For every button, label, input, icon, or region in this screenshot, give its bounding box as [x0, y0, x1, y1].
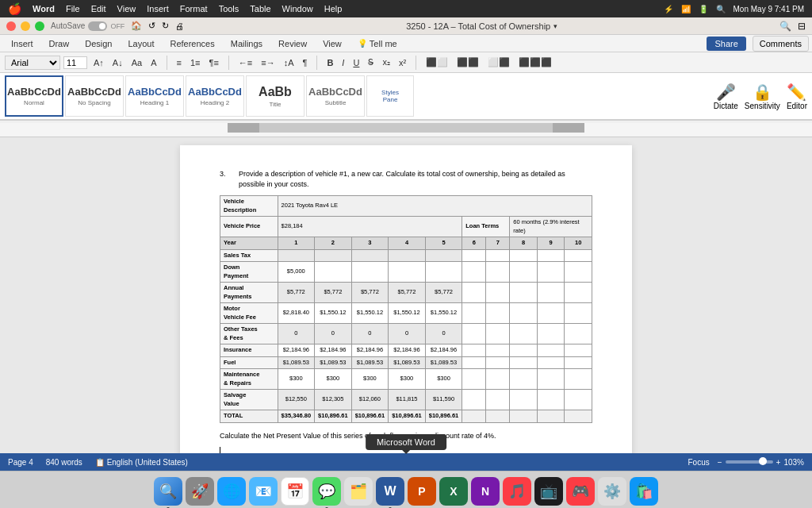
- align-right-button[interactable]: ⬜⬛: [485, 56, 513, 68]
- table-menu[interactable]: Table: [250, 4, 270, 13]
- search-icon[interactable]: 🔍: [716, 5, 726, 13]
- increase-indent-button[interactable]: ≡→: [258, 57, 278, 68]
- style-no-spacing[interactable]: AaBbCcDd No Spacing: [65, 75, 124, 117]
- language-status[interactable]: 📋 English (United States): [95, 458, 188, 467]
- tab-review[interactable]: Review: [270, 37, 315, 51]
- redo-button[interactable]: ↻: [162, 21, 169, 31]
- format-menu[interactable]: Format: [180, 4, 208, 13]
- tools-menu[interactable]: Tools: [219, 4, 239, 13]
- clear-format-button[interactable]: Aa: [128, 57, 145, 68]
- share-button[interactable]: Share: [707, 37, 745, 51]
- subscript-button[interactable]: x₂: [379, 56, 393, 68]
- dock-onenote[interactable]: N: [471, 477, 500, 506]
- dock-calendar[interactable]: 📅: [281, 477, 309, 506]
- cursor[interactable]: [220, 447, 220, 453]
- year-7: 7: [486, 237, 510, 250]
- insurance-row: Insurance $2,184.96 $2,184.96 $2,184.96 …: [220, 344, 592, 357]
- style-heading2[interactable]: AaBbCcDd Heading 2: [186, 75, 244, 117]
- window-menu[interactable]: Window: [282, 4, 313, 13]
- bullets-button[interactable]: ≡: [174, 57, 185, 68]
- title-dropdown-icon[interactable]: ▾: [553, 22, 557, 30]
- autosave-switch[interactable]: [88, 21, 107, 31]
- tab-draw[interactable]: Draw: [41, 37, 78, 51]
- editor-tool[interactable]: ✏️ Editor: [787, 83, 807, 110]
- dock-systemprefs[interactable]: ⚙️: [598, 477, 626, 506]
- font-selector[interactable]: Arial: [5, 56, 60, 70]
- text-effects-button[interactable]: A: [147, 57, 159, 68]
- align-center-button[interactable]: ⬛⬛: [454, 56, 482, 68]
- zoom-out-button[interactable]: −: [718, 458, 722, 467]
- dock-messages[interactable]: 💬: [312, 477, 341, 506]
- comments-button[interactable]: Comments: [753, 36, 809, 52]
- underline-button[interactable]: U: [350, 57, 362, 68]
- file-menu[interactable]: File: [66, 4, 80, 13]
- dock-powerpoint[interactable]: P: [408, 477, 436, 506]
- justify-button[interactable]: ⬛⬛⬛: [515, 56, 555, 68]
- tab-tell-me[interactable]: 💡Tell me: [350, 37, 405, 51]
- dock-music[interactable]: 🎵: [503, 477, 531, 506]
- dock-excel[interactable]: X: [439, 477, 468, 506]
- font-grow-button[interactable]: A↑: [90, 57, 107, 68]
- dock-itunes[interactable]: 🎮: [566, 477, 595, 506]
- other-5: 0: [425, 324, 462, 344]
- undo-button[interactable]: ↺: [148, 21, 155, 31]
- apple-menu[interactable]: 🍎: [8, 2, 21, 15]
- autosave-toggle[interactable]: AutoSave OFF: [51, 21, 124, 31]
- annual-8: [510, 283, 538, 303]
- motor-9: [537, 303, 565, 324]
- font-shrink-button[interactable]: A↓: [109, 57, 126, 68]
- zoom-thumb[interactable]: [759, 457, 767, 465]
- align-left-button[interactable]: ⬛⬜: [423, 56, 451, 68]
- zoom-slider[interactable]: [726, 460, 773, 464]
- close-button[interactable]: [6, 21, 16, 31]
- numbering-button[interactable]: 1≡: [187, 57, 204, 68]
- ins-3: $2,184.96: [351, 344, 389, 357]
- style-title[interactable]: AaBb Title: [246, 75, 304, 117]
- tab-references[interactable]: References: [162, 37, 222, 51]
- multilevel-button[interactable]: ¶≡: [205, 57, 221, 68]
- focus-button[interactable]: Focus: [688, 458, 710, 467]
- dock-finder[interactable]: 🔍: [154, 477, 182, 506]
- fullscreen-button[interactable]: [35, 21, 44, 31]
- strikethrough-button[interactable]: S̶: [365, 56, 377, 68]
- edit-menu[interactable]: Edit: [91, 4, 106, 13]
- dock-app-store[interactable]: 🛍️: [630, 477, 658, 506]
- styles-pane-button[interactable]: StylesPane: [366, 75, 414, 117]
- dock-tv[interactable]: 📺: [534, 477, 563, 506]
- dock-word[interactable]: W: [376, 477, 404, 506]
- dock-launchpad[interactable]: 🚀: [186, 477, 214, 506]
- font-size-input[interactable]: [63, 56, 87, 69]
- dock-safari[interactable]: 🌐: [217, 477, 246, 506]
- pilcrow-button[interactable]: ¶: [299, 57, 310, 68]
- help-menu[interactable]: Help: [324, 4, 343, 13]
- mac-title-bar: 🍎 Word File Edit View Insert Format Tool…: [0, 0, 812, 17]
- minimize-button[interactable]: [21, 21, 30, 31]
- zoom-in-button[interactable]: +: [776, 458, 781, 467]
- collapse-icon[interactable]: ⊟: [798, 21, 806, 32]
- dock-files[interactable]: 🗂️: [344, 477, 373, 506]
- italic-button[interactable]: I: [339, 57, 347, 68]
- app-name[interactable]: Word: [33, 4, 55, 13]
- sort-button[interactable]: ↕A: [281, 57, 297, 68]
- view-menu[interactable]: View: [117, 4, 136, 13]
- search-window-icon[interactable]: 🔍: [779, 21, 791, 32]
- home-icon[interactable]: 🏠: [131, 21, 142, 31]
- dock-mail[interactable]: 📧: [249, 477, 278, 506]
- sales-tax-5: [425, 249, 462, 262]
- ins-9: [537, 344, 565, 357]
- dictate-tool[interactable]: 🎤 Dictate: [714, 83, 738, 110]
- style-subtitle[interactable]: AaBbCcDd Subtitle: [306, 75, 365, 117]
- tab-view[interactable]: View: [315, 37, 350, 51]
- style-normal[interactable]: AaBbCcDd Normal: [5, 75, 63, 117]
- insert-menu[interactable]: Insert: [147, 4, 169, 13]
- print-icon[interactable]: 🖨: [175, 21, 184, 31]
- style-heading1[interactable]: AaBbCcDd Heading 1: [125, 75, 184, 117]
- bold-button[interactable]: B: [324, 57, 336, 68]
- decrease-indent-button[interactable]: ←≡: [236, 57, 255, 68]
- superscript-button[interactable]: x²: [396, 57, 409, 68]
- tab-design[interactable]: Design: [77, 37, 120, 51]
- tab-insert[interactable]: Insert: [3, 37, 41, 51]
- tab-mailings[interactable]: Mailings: [223, 37, 270, 51]
- sensitivity-tool[interactable]: 🔒 Sensitivity: [745, 83, 780, 110]
- tab-layout[interactable]: Layout: [120, 37, 162, 51]
